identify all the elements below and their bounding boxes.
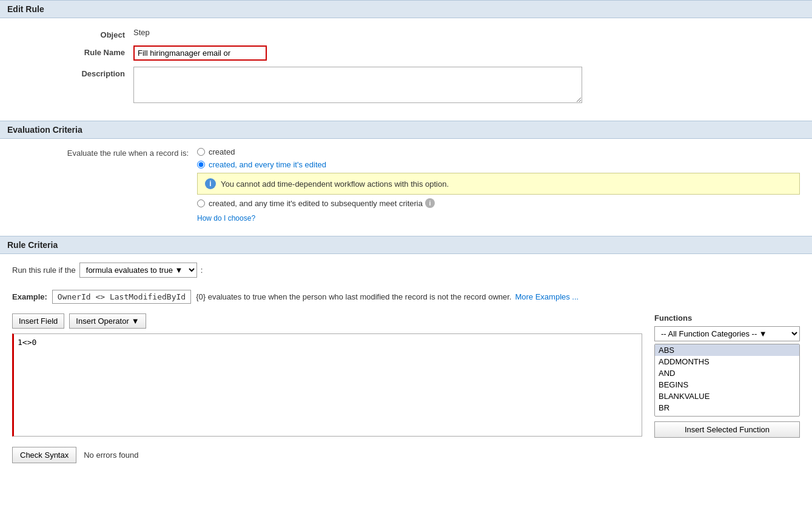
rule-name-input[interactable] [133,45,267,61]
example-label: Example: [12,292,47,301]
functions-label: Functions [654,313,800,323]
evaluation-title: Evaluation Criteria [7,125,82,135]
evaluate-label: Evaluate the rule when a record is: [12,147,197,158]
insert-operator-button[interactable]: Insert Operator ▼ [69,313,146,329]
radio-edited-label: created, and every time it's edited [209,160,326,169]
function-br: BR [655,402,799,414]
description-label: Description [12,67,133,78]
radio-row-edited: created, and every time it's edited [197,160,800,169]
insert-operator-chevron: ▼ [132,316,139,326]
radio-edited[interactable] [197,161,205,169]
info-box: i You cannot add time-dependent workflow… [197,173,800,195]
rule-name-value [133,45,800,61]
insert-operator-label: Insert Operator [76,316,129,326]
formula-toolbar: Insert Field Insert Operator ▼ [12,313,642,329]
example-row: Example: OwnerId <> LastModifiedById {0}… [12,290,800,304]
description-row: Description [12,67,800,105]
info-message: You cannot add time-dependent workflow a… [221,179,449,189]
rule-criteria-title: Rule Criteria [7,240,58,250]
rule-name-label: Rule Name [12,45,133,57]
check-syntax-row: Check Syntax No errors found [12,447,800,463]
formula-textarea[interactable]: 1<>0 [12,333,642,437]
run-rule-colon: : [201,266,203,275]
edit-rule-title: Edit Rule [7,4,44,14]
run-rule-row: Run this rule if the formula evaluates t… [12,263,800,278]
edit-rule-form: Object Step Rule Name Description [0,18,812,121]
example-text: {0} evaluates to true when the person wh… [196,292,511,301]
radio-row-created: created [197,147,800,156]
formula-select[interactable]: formula evaluates to true ▼ criteria are… [79,263,197,278]
example-code: OwnerId <> LastModifiedById [52,290,191,304]
functions-category-select[interactable]: -- All Function Categories -- ▼ [654,326,800,341]
edit-rule-header: Edit Rule [0,0,812,18]
info-badge-icon: i [425,198,435,208]
rule-name-row: Rule Name [12,45,800,61]
criteria-section: Run this rule if the formula evaluates t… [0,254,812,472]
more-examples-link[interactable]: More Examples ... [515,292,579,301]
run-rule-label: Run this rule if the [12,266,76,275]
description-value [133,67,800,105]
function-and: AND [655,367,799,379]
radio-created[interactable] [197,148,205,156]
evaluation-section: Evaluate the rule when a record is: crea… [0,139,812,236]
radio-row-subsequently: created, and any time it's edited to sub… [197,198,800,208]
radio-created-label: created [209,147,235,156]
function-begins: BEGINS [655,379,799,390]
evaluation-section-header: Evaluation Criteria [0,121,812,139]
radio-subsequently-label: created, and any time it's edited to sub… [209,199,423,208]
page-wrapper: Edit Rule Object Step Rule Name Descript… [0,0,812,519]
formula-left: Insert Field Insert Operator ▼ 1<>0 [12,313,642,438]
radio-subsequently[interactable] [197,199,205,207]
function-addmonths: ADDMONTHS [655,356,799,367]
formula-area: Insert Field Insert Operator ▼ 1<>0 Func… [12,313,800,438]
rule-criteria-header: Rule Criteria [0,236,812,254]
object-row: Object Step [12,28,800,39]
info-circle-icon: i [205,178,216,189]
function-abs: ABS [655,344,799,356]
functions-listbox[interactable]: ABS ADDMONTHS AND BEGINS BLANKVALUE BR [654,344,800,417]
object-value: Step [133,28,800,37]
function-blankvalue: BLANKVALUE [655,390,799,402]
description-textarea[interactable] [133,67,582,103]
eval-options: created created, and every time it's edi… [197,147,800,223]
how-do-i-choose-link[interactable]: How do I choose? [197,214,255,223]
no-errors-text: No errors found [84,450,138,460]
check-syntax-button[interactable]: Check Syntax [12,447,76,463]
formula-right: Functions -- All Function Categories -- … [654,313,800,438]
object-label: Object [12,28,133,39]
insert-field-button[interactable]: Insert Field [12,313,64,329]
evaluate-row: Evaluate the rule when a record is: crea… [12,147,800,223]
object-value-text: Step [133,28,150,37]
insert-selected-function-button[interactable]: Insert Selected Function [654,421,800,438]
